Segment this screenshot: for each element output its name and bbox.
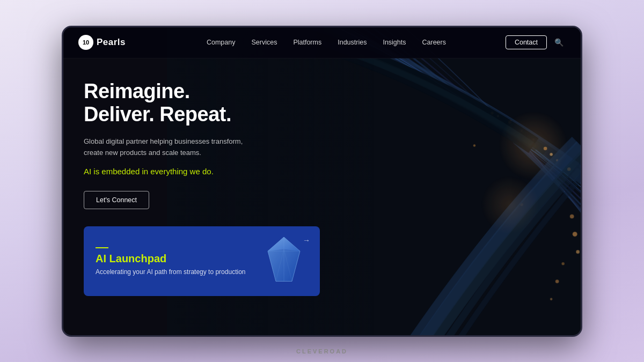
launchpad-content: AI Launchpad Accelerating your AI path f…	[96, 247, 251, 276]
hero-title: Reimagine. Deliver. Repeat.	[84, 80, 311, 127]
hero-content: Reimagine. Deliver. Repeat. Global digit…	[63, 58, 332, 210]
logo-icon-text: 10	[83, 39, 89, 46]
launchpad-diamond-icon	[260, 237, 308, 285]
nav-link-insights[interactable]: Insights	[375, 35, 413, 49]
nav-link-services[interactable]: Services	[244, 35, 284, 49]
lets-connect-button[interactable]: Let's Connect	[84, 191, 149, 209]
nav-link-company[interactable]: Company	[199, 35, 243, 49]
logo[interactable]: 10 Pearls	[78, 35, 126, 50]
hero-subtitle: Global digital partner helping businesse…	[84, 136, 255, 159]
device-frame: 10 Pearls Company Services Platforms Ind…	[62, 26, 582, 337]
launchpad-title: AI Launchpad	[96, 253, 251, 265]
contact-button[interactable]: Contact	[506, 35, 547, 49]
nav-link-careers[interactable]: Careers	[415, 35, 453, 49]
logo-text: Pearls	[97, 37, 126, 48]
nav-actions: Contact 🔍	[506, 35, 566, 49]
launchpad-card[interactable]: AI Launchpad Accelerating your AI path f…	[84, 226, 320, 296]
nav-link-industries[interactable]: Industries	[330, 35, 374, 49]
nav-link-platforms[interactable]: Platforms	[286, 35, 329, 49]
hero-title-line2: Deliver. Repeat.	[84, 103, 231, 125]
hero-title-line1: Reimagine.	[84, 80, 190, 102]
launchpad-dash	[96, 247, 108, 248]
launchpad-description: Accelerating your AI path from strategy …	[96, 268, 251, 276]
nav-links: Company Services Platforms Industries In…	[147, 35, 506, 49]
hero-ai-text: AI is embedded in everything we do.	[84, 167, 311, 176]
logo-icon: 10	[78, 35, 93, 50]
search-icon[interactable]: 🔍	[552, 36, 566, 49]
navbar: 10 Pearls Company Services Platforms Ind…	[63, 27, 581, 58]
footer-label: CLEVEROAD	[296, 348, 348, 354]
